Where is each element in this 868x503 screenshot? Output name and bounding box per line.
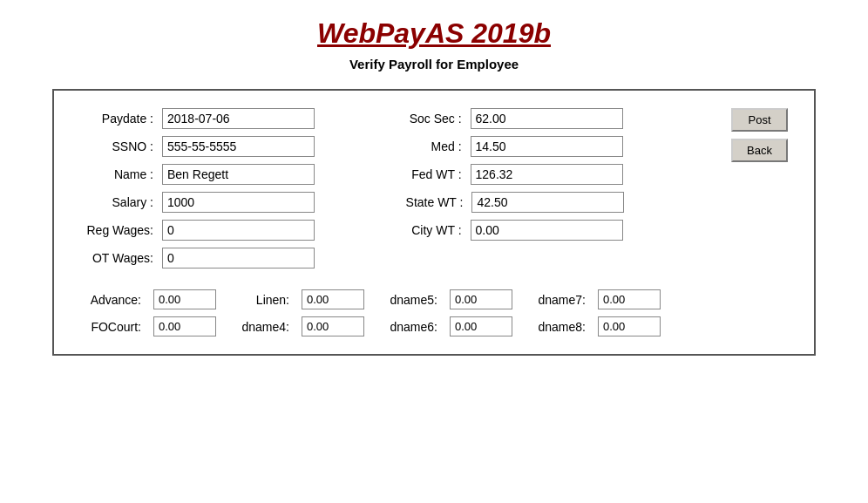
input-reg-wages[interactable] (162, 220, 315, 241)
right-field-row-state-wt: State WT : (406, 192, 715, 213)
ded-label-advance: Advance: (80, 293, 141, 307)
input-salary[interactable] (162, 192, 315, 213)
label-state-wt: State WT : (406, 195, 469, 209)
ded-label-dname8: dname8: (525, 320, 586, 334)
deductions-row1: Advance:Linen:dname5:dname7: (80, 289, 788, 309)
input-city-wt[interactable] (471, 220, 623, 241)
ded-input-dname8[interactable] (598, 316, 661, 336)
post-button[interactable]: Post (731, 108, 788, 132)
label-med: Med : (406, 139, 467, 153)
input-med[interactable] (471, 136, 623, 157)
label-ssno: SSNO : (80, 139, 159, 153)
ded-input-dname7[interactable] (598, 289, 661, 309)
label-fed-wt: Fed WT : (406, 167, 467, 181)
ded-input-dname4[interactable] (302, 316, 364, 336)
input-ssno[interactable] (162, 136, 315, 157)
left-column: Paydate :SSNO :Name :Salary :Reg Wages:O… (80, 108, 389, 268)
input-name[interactable] (162, 164, 315, 185)
buttons-column: Post Back (714, 108, 788, 268)
label-reg-wages: Reg Wages: (80, 223, 159, 237)
right-field-row-med: Med : (406, 136, 715, 157)
ded-label-dname6: dname6: (376, 320, 437, 334)
left-field-row-ot-wages: OT Wages: (80, 248, 389, 268)
app-title: WebPayAS 2019b (0, 17, 868, 50)
input-state-wt[interactable] (471, 192, 624, 213)
right-field-row-city-wt: City WT : (406, 220, 715, 241)
ded-label-dname5: dname5: (376, 293, 437, 307)
input-fed-wt[interactable] (471, 164, 623, 185)
label-city-wt: City WT : (406, 223, 467, 237)
left-field-row-reg-wages: Reg Wages: (80, 220, 389, 241)
input-soc-sec[interactable] (471, 108, 623, 129)
ded-input-advance[interactable] (153, 289, 216, 309)
left-field-row-paydate: Paydate : (80, 108, 389, 129)
right-field-row-fed-wt: Fed WT : (406, 164, 715, 185)
ded-input-linen[interactable] (302, 289, 364, 309)
page-subtitle: Verify Payroll for Employee (0, 57, 868, 71)
ded-input-focourt[interactable] (153, 316, 216, 336)
back-button[interactable]: Back (731, 139, 788, 162)
input-paydate[interactable] (162, 108, 315, 129)
label-name: Name : (80, 167, 159, 181)
ded-label-linen: Linen: (228, 293, 289, 307)
right-column: Soc Sec :Med :Fed WT :State WT :City WT … (389, 108, 715, 268)
left-field-row-salary: Salary : (80, 192, 389, 213)
label-ot-wages: OT Wages: (80, 251, 159, 265)
ded-label-dname4: dname4: (228, 320, 289, 334)
ded-input-dname5[interactable] (450, 289, 512, 309)
left-field-row-name: Name : (80, 164, 389, 185)
ded-label-focourt: FOCourt: (80, 320, 141, 334)
input-ot-wages[interactable] (162, 248, 315, 268)
left-field-row-ssno: SSNO : (80, 136, 389, 157)
ded-label-dname7: dname7: (525, 293, 586, 307)
main-form: Paydate :SSNO :Name :Salary :Reg Wages:O… (52, 89, 816, 356)
ded-input-dname6[interactable] (450, 316, 512, 336)
label-soc-sec: Soc Sec : (406, 112, 467, 126)
right-field-row-soc-sec: Soc Sec : (406, 108, 715, 129)
label-salary: Salary : (80, 195, 159, 209)
deductions-section: Advance:Linen:dname5:dname7: FOCourt:dna… (80, 289, 788, 336)
label-paydate: Paydate : (80, 112, 159, 126)
deductions-row2: FOCourt:dname4:dname6:dname8: (80, 316, 788, 336)
